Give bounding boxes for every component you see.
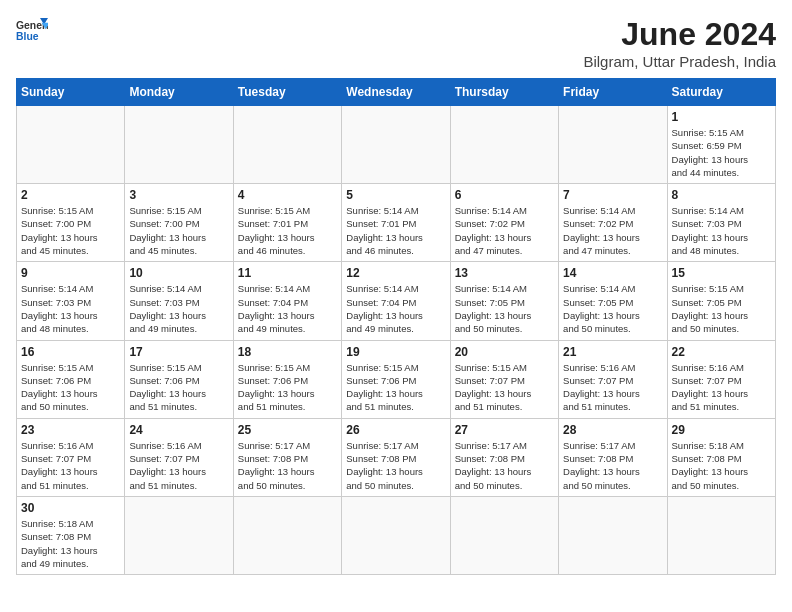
- day-info: Sunrise: 5:14 AM Sunset: 7:03 PM Dayligh…: [129, 282, 228, 335]
- calendar-cell: 6Sunrise: 5:14 AM Sunset: 7:02 PM Daylig…: [450, 184, 558, 262]
- day-info: Sunrise: 5:15 AM Sunset: 7:07 PM Dayligh…: [455, 361, 554, 414]
- calendar-cell: 2Sunrise: 5:15 AM Sunset: 7:00 PM Daylig…: [17, 184, 125, 262]
- calendar-cell: 9Sunrise: 5:14 AM Sunset: 7:03 PM Daylig…: [17, 262, 125, 340]
- day-info: Sunrise: 5:16 AM Sunset: 7:07 PM Dayligh…: [129, 439, 228, 492]
- day-info: Sunrise: 5:14 AM Sunset: 7:04 PM Dayligh…: [238, 282, 337, 335]
- day-number: 14: [563, 266, 662, 280]
- weekday-header-wednesday: Wednesday: [342, 79, 450, 106]
- calendar-cell: [667, 496, 775, 574]
- day-number: 25: [238, 423, 337, 437]
- calendar-cell: 11Sunrise: 5:14 AM Sunset: 7:04 PM Dayli…: [233, 262, 341, 340]
- day-info: Sunrise: 5:18 AM Sunset: 7:08 PM Dayligh…: [21, 517, 120, 570]
- day-info: Sunrise: 5:14 AM Sunset: 7:01 PM Dayligh…: [346, 204, 445, 257]
- calendar-week-row: 9Sunrise: 5:14 AM Sunset: 7:03 PM Daylig…: [17, 262, 776, 340]
- calendar-cell: [559, 496, 667, 574]
- day-info: Sunrise: 5:14 AM Sunset: 7:02 PM Dayligh…: [455, 204, 554, 257]
- calendar-week-row: 2Sunrise: 5:15 AM Sunset: 7:00 PM Daylig…: [17, 184, 776, 262]
- calendar-cell: 21Sunrise: 5:16 AM Sunset: 7:07 PM Dayli…: [559, 340, 667, 418]
- calendar-cell: 29Sunrise: 5:18 AM Sunset: 7:08 PM Dayli…: [667, 418, 775, 496]
- day-number: 7: [563, 188, 662, 202]
- calendar-table: SundayMondayTuesdayWednesdayThursdayFrid…: [16, 78, 776, 575]
- generalblue-logo-icon: General Blue: [16, 16, 48, 44]
- calendar-cell: 27Sunrise: 5:17 AM Sunset: 7:08 PM Dayli…: [450, 418, 558, 496]
- calendar-cell: [233, 106, 341, 184]
- day-number: 8: [672, 188, 771, 202]
- day-number: 9: [21, 266, 120, 280]
- day-info: Sunrise: 5:18 AM Sunset: 7:08 PM Dayligh…: [672, 439, 771, 492]
- day-info: Sunrise: 5:15 AM Sunset: 7:06 PM Dayligh…: [129, 361, 228, 414]
- calendar-cell: 18Sunrise: 5:15 AM Sunset: 7:06 PM Dayli…: [233, 340, 341, 418]
- day-number: 2: [21, 188, 120, 202]
- calendar-week-row: 1Sunrise: 5:15 AM Sunset: 6:59 PM Daylig…: [17, 106, 776, 184]
- calendar-body: 1Sunrise: 5:15 AM Sunset: 6:59 PM Daylig…: [17, 106, 776, 575]
- day-info: Sunrise: 5:14 AM Sunset: 7:05 PM Dayligh…: [455, 282, 554, 335]
- day-number: 26: [346, 423, 445, 437]
- day-number: 11: [238, 266, 337, 280]
- calendar-cell: 28Sunrise: 5:17 AM Sunset: 7:08 PM Dayli…: [559, 418, 667, 496]
- day-info: Sunrise: 5:15 AM Sunset: 7:01 PM Dayligh…: [238, 204, 337, 257]
- day-number: 20: [455, 345, 554, 359]
- day-number: 12: [346, 266, 445, 280]
- day-info: Sunrise: 5:17 AM Sunset: 7:08 PM Dayligh…: [346, 439, 445, 492]
- day-number: 16: [21, 345, 120, 359]
- calendar-cell: 1Sunrise: 5:15 AM Sunset: 6:59 PM Daylig…: [667, 106, 775, 184]
- weekday-header-saturday: Saturday: [667, 79, 775, 106]
- calendar-cell: 23Sunrise: 5:16 AM Sunset: 7:07 PM Dayli…: [17, 418, 125, 496]
- day-info: Sunrise: 5:15 AM Sunset: 7:06 PM Dayligh…: [238, 361, 337, 414]
- day-number: 27: [455, 423, 554, 437]
- day-number: 13: [455, 266, 554, 280]
- calendar-cell: 13Sunrise: 5:14 AM Sunset: 7:05 PM Dayli…: [450, 262, 558, 340]
- day-number: 19: [346, 345, 445, 359]
- day-info: Sunrise: 5:15 AM Sunset: 7:05 PM Dayligh…: [672, 282, 771, 335]
- calendar-cell: 8Sunrise: 5:14 AM Sunset: 7:03 PM Daylig…: [667, 184, 775, 262]
- day-number: 30: [21, 501, 120, 515]
- day-info: Sunrise: 5:16 AM Sunset: 7:07 PM Dayligh…: [563, 361, 662, 414]
- calendar-cell: 16Sunrise: 5:15 AM Sunset: 7:06 PM Dayli…: [17, 340, 125, 418]
- day-number: 29: [672, 423, 771, 437]
- day-info: Sunrise: 5:17 AM Sunset: 7:08 PM Dayligh…: [238, 439, 337, 492]
- weekday-header-monday: Monday: [125, 79, 233, 106]
- calendar-week-row: 30Sunrise: 5:18 AM Sunset: 7:08 PM Dayli…: [17, 496, 776, 574]
- calendar-cell: 4Sunrise: 5:15 AM Sunset: 7:01 PM Daylig…: [233, 184, 341, 262]
- day-info: Sunrise: 5:16 AM Sunset: 7:07 PM Dayligh…: [21, 439, 120, 492]
- calendar-cell: [450, 496, 558, 574]
- day-number: 22: [672, 345, 771, 359]
- calendar-cell: [17, 106, 125, 184]
- weekday-header-sunday: Sunday: [17, 79, 125, 106]
- calendar-cell: 26Sunrise: 5:17 AM Sunset: 7:08 PM Dayli…: [342, 418, 450, 496]
- calendar-cell: 10Sunrise: 5:14 AM Sunset: 7:03 PM Dayli…: [125, 262, 233, 340]
- day-number: 17: [129, 345, 228, 359]
- calendar-cell: [342, 496, 450, 574]
- header: General Blue June 2024 Bilgram, Uttar Pr…: [16, 16, 776, 70]
- calendar-week-row: 23Sunrise: 5:16 AM Sunset: 7:07 PM Dayli…: [17, 418, 776, 496]
- calendar-week-row: 16Sunrise: 5:15 AM Sunset: 7:06 PM Dayli…: [17, 340, 776, 418]
- calendar-cell: [450, 106, 558, 184]
- weekday-header-tuesday: Tuesday: [233, 79, 341, 106]
- calendar-cell: [559, 106, 667, 184]
- day-info: Sunrise: 5:15 AM Sunset: 7:06 PM Dayligh…: [21, 361, 120, 414]
- day-info: Sunrise: 5:15 AM Sunset: 6:59 PM Dayligh…: [672, 126, 771, 179]
- day-info: Sunrise: 5:17 AM Sunset: 7:08 PM Dayligh…: [455, 439, 554, 492]
- title-block: June 2024 Bilgram, Uttar Pradesh, India: [583, 16, 776, 70]
- calendar-cell: [125, 106, 233, 184]
- calendar-cell: 17Sunrise: 5:15 AM Sunset: 7:06 PM Dayli…: [125, 340, 233, 418]
- day-number: 10: [129, 266, 228, 280]
- day-number: 15: [672, 266, 771, 280]
- location-subtitle: Bilgram, Uttar Pradesh, India: [583, 53, 776, 70]
- day-info: Sunrise: 5:14 AM Sunset: 7:02 PM Dayligh…: [563, 204, 662, 257]
- day-number: 3: [129, 188, 228, 202]
- calendar-cell: 3Sunrise: 5:15 AM Sunset: 7:00 PM Daylig…: [125, 184, 233, 262]
- calendar-cell: 20Sunrise: 5:15 AM Sunset: 7:07 PM Dayli…: [450, 340, 558, 418]
- day-info: Sunrise: 5:17 AM Sunset: 7:08 PM Dayligh…: [563, 439, 662, 492]
- day-info: Sunrise: 5:14 AM Sunset: 7:04 PM Dayligh…: [346, 282, 445, 335]
- svg-text:Blue: Blue: [16, 31, 39, 42]
- weekday-header-friday: Friday: [559, 79, 667, 106]
- day-number: 18: [238, 345, 337, 359]
- calendar-cell: [125, 496, 233, 574]
- day-number: 28: [563, 423, 662, 437]
- day-number: 23: [21, 423, 120, 437]
- day-info: Sunrise: 5:14 AM Sunset: 7:03 PM Dayligh…: [21, 282, 120, 335]
- calendar-cell: 7Sunrise: 5:14 AM Sunset: 7:02 PM Daylig…: [559, 184, 667, 262]
- weekday-header-row: SundayMondayTuesdayWednesdayThursdayFrid…: [17, 79, 776, 106]
- day-info: Sunrise: 5:16 AM Sunset: 7:07 PM Dayligh…: [672, 361, 771, 414]
